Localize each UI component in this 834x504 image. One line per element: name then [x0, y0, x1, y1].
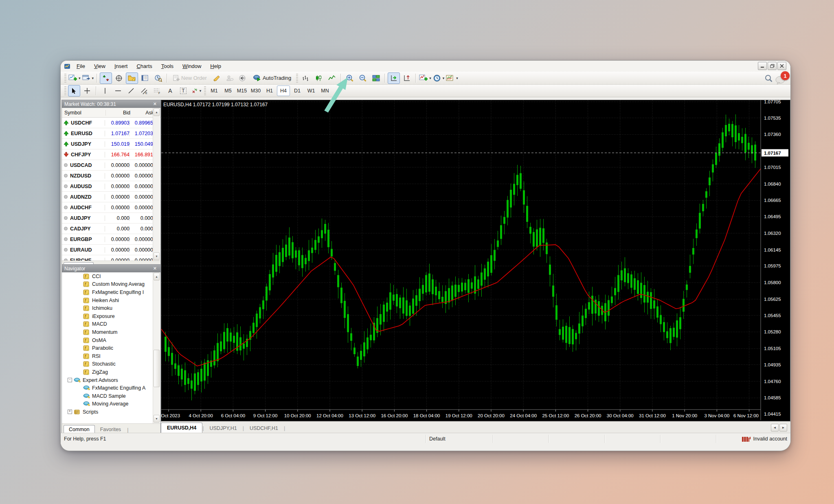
chart-tab-usdjpy-h1[interactable]: USDJPY,H1: [204, 423, 243, 433]
crosshair-tool-button[interactable]: [81, 85, 93, 96]
timeframe-h1[interactable]: H1: [263, 85, 276, 96]
new-chart-button[interactable]: ▾: [68, 72, 81, 84]
tree-expander-icon[interactable]: +: [68, 410, 72, 414]
community-button[interactable]: [224, 72, 236, 84]
data-window-button[interactable]: [113, 72, 125, 84]
market-watch-row[interactable]: CHFJPY166.764166.891: [62, 149, 160, 160]
scrollbar-thumb[interactable]: [154, 350, 160, 387]
market-watch-row[interactable]: USDJPY150.019150.049: [62, 139, 160, 149]
market-watch-toggle-button[interactable]: [100, 72, 112, 84]
market-watch-row[interactable]: EURGBP0.000000.00000: [62, 234, 160, 245]
market-watch-row[interactable]: EURAUD0.000000.00000: [62, 245, 160, 255]
metaeditor-button[interactable]: [211, 72, 223, 84]
navigator-item-fxmagnetic-engulfing-a[interactable]: FxMagnetic Engulfing A: [62, 384, 153, 392]
toolbar-handle[interactable]: [64, 86, 66, 95]
navigator-scrollbar[interactable]: ▲ ▼: [153, 272, 160, 423]
zoom-out-button[interactable]: [357, 72, 369, 84]
sounds-button[interactable]: [237, 72, 249, 84]
market-watch-row[interactable]: AUDJPY0.0000.000: [62, 213, 160, 224]
tree-expander-icon[interactable]: -: [68, 378, 72, 382]
close-button[interactable]: [777, 62, 786, 70]
scroll-down-icon[interactable]: ▼: [154, 252, 160, 260]
close-icon[interactable]: ✕: [152, 266, 158, 271]
market-watch-scrollbar[interactable]: ▲ ▼: [153, 108, 160, 261]
timeframe-m5[interactable]: M5: [222, 85, 235, 96]
market-watch-row[interactable]: CADJPY0.0000.000: [62, 224, 160, 234]
zoom-in-button[interactable]: [344, 72, 356, 84]
scroll-up-icon[interactable]: ▲: [154, 273, 160, 280]
cursor-tool-button[interactable]: [68, 85, 80, 96]
profiles-button[interactable]: ▾: [82, 72, 94, 84]
chart-window[interactable]: 1.077051.075351.073601.070151.068401.066…: [161, 100, 790, 421]
navigator-item-cci[interactable]: fCCI: [62, 272, 153, 280]
timeframe-w1[interactable]: W1: [305, 85, 318, 96]
candlestick-mode-button[interactable]: [313, 72, 325, 84]
timeframe-h4[interactable]: H4: [277, 85, 290, 96]
navigator-item-rsi[interactable]: fRSI: [62, 352, 153, 360]
timeframe-m30[interactable]: M30: [249, 85, 262, 96]
timeframe-d1[interactable]: D1: [291, 85, 304, 96]
navigator-item-osma[interactable]: fOsMA: [62, 336, 153, 344]
chart-shift-button[interactable]: [401, 72, 413, 84]
navigator-item-parabolic[interactable]: fParabolic: [62, 344, 153, 352]
scroll-down-icon[interactable]: ▼: [154, 415, 160, 423]
templates-button[interactable]: ▾: [446, 72, 459, 84]
indicators-button[interactable]: ▾: [419, 72, 432, 84]
market-watch-row[interactable]: AUDCHF0.000000.00000: [62, 202, 160, 213]
market-watch-row[interactable]: AUDNZD0.000000.00000: [62, 192, 160, 202]
timeframe-mn[interactable]: MN: [318, 85, 331, 96]
toolbar-handle[interactable]: [64, 74, 66, 83]
strategy-tester-button[interactable]: [152, 72, 164, 84]
menu-tools[interactable]: Tools: [157, 61, 178, 71]
market-watch-row[interactable]: EURUSD1.071671.07203: [62, 128, 160, 139]
navigator-item-momentum[interactable]: fMomentum: [62, 328, 153, 336]
channel-tool-button[interactable]: E: [138, 85, 150, 96]
chart-tab-usdchf-h1[interactable]: USDCHF,H1: [244, 423, 284, 433]
navigator-item-iexposure[interactable]: fiExposure: [62, 312, 153, 320]
market-watch-row[interactable]: USDCAD0.000000.00000: [62, 160, 160, 171]
navigator-toggle-button[interactable]: [126, 72, 138, 84]
arrows-tool-button[interactable]: ▾: [190, 85, 202, 96]
terminal-button[interactable]: [139, 72, 151, 84]
tab-scroll-right-icon[interactable]: ►: [779, 424, 787, 432]
autotrading-button[interactable]: AutoTrading: [250, 72, 294, 84]
menu-view[interactable]: View: [90, 61, 110, 71]
menu-insert[interactable]: Insert: [110, 61, 132, 71]
menu-charts[interactable]: Charts: [132, 61, 156, 71]
timeframe-m1[interactable]: M1: [208, 85, 221, 96]
menu-window[interactable]: Window: [178, 61, 206, 71]
navigator-item-zigzag[interactable]: fZigZag: [62, 368, 153, 376]
menu-help[interactable]: Help: [206, 61, 226, 71]
new-order-button[interactable]: New Order: [170, 72, 210, 84]
market-watch-row[interactable]: AUDUSD0.000000.00000: [62, 181, 160, 192]
text-label-tool-button[interactable]: T: [177, 85, 189, 96]
auto-scroll-button[interactable]: [388, 72, 400, 84]
navigator-item-heiken-ashi[interactable]: fHeiken Ashi: [62, 296, 153, 305]
vertical-line-tool-button[interactable]: [99, 85, 111, 96]
bar-chart-mode-button[interactable]: [300, 72, 312, 84]
column-symbol[interactable]: Symbol: [62, 110, 106, 116]
navigator-item-fxmagnetic-engulfing-i[interactable]: fFxMagnetic Engulfing I: [62, 288, 153, 296]
line-chart-mode-button[interactable]: [326, 72, 338, 84]
market-watch-row[interactable]: USDCHF0.899030.89965: [62, 118, 160, 128]
tile-windows-button[interactable]: [370, 72, 382, 84]
market-watch-row[interactable]: NZDUSD0.000000.00000: [62, 171, 160, 181]
navigator-item-macd-sample[interactable]: MACD Sample: [62, 392, 153, 400]
chart-tab-eurusd-h4[interactable]: EURUSD,H4: [161, 423, 202, 433]
text-tool-button[interactable]: A: [164, 85, 176, 96]
status-connection[interactable]: Invalid account: [716, 435, 790, 443]
periods-button[interactable]: ▾: [432, 72, 445, 84]
column-bid[interactable]: Bid: [106, 110, 130, 116]
scroll-up-icon[interactable]: ▲: [154, 108, 160, 116]
navigator-item-scripts[interactable]: +Scripts: [62, 408, 153, 416]
fibonacci-tool-button[interactable]: F: [151, 85, 163, 96]
close-icon[interactable]: ✕: [152, 101, 158, 107]
toolbar-handle[interactable]: [296, 74, 298, 83]
column-ask[interactable]: Ask: [130, 110, 155, 116]
navigator-item-stochastic[interactable]: fStochastic: [62, 360, 153, 368]
minimize-button[interactable]: [758, 62, 767, 70]
restore-button[interactable]: [768, 62, 777, 70]
status-profile[interactable]: Default: [426, 435, 493, 443]
toolbar-handle[interactable]: [204, 86, 206, 95]
search-button[interactable]: [764, 74, 773, 85]
